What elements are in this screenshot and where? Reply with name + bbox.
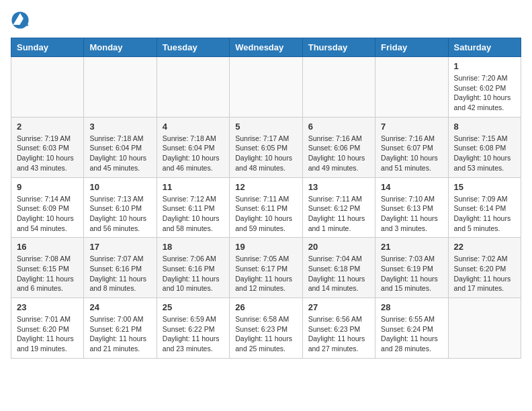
day-info: Sunrise: 7:03 AM Sunset: 6:19 PM Dayligh… [381,254,442,293]
day-cell: 1Sunrise: 7:20 AM Sunset: 6:02 PM Daylig… [448,57,521,118]
header-friday: Friday [375,38,448,57]
day-info: Sunrise: 7:11 AM Sunset: 6:12 PM Dayligh… [308,194,369,234]
day-number: 4 [163,122,224,132]
day-cell: 12Sunrise: 7:11 AM Sunset: 6:11 PM Dayli… [230,177,302,238]
week-row-3: 16Sunrise: 7:08 AM Sunset: 6:15 PM Dayli… [11,238,521,298]
day-number: 6 [308,122,369,132]
day-cell: 24Sunrise: 7:00 AM Sunset: 6:21 PM Dayli… [84,298,157,359]
day-cell: 25Sunrise: 6:59 AM Sunset: 6:22 PM Dayli… [157,298,229,359]
week-row-1: 2Sunrise: 7:19 AM Sunset: 6:03 PM Daylig… [11,117,521,177]
day-info: Sunrise: 7:05 AM Sunset: 6:17 PM Dayligh… [235,254,296,293]
day-cell: 15Sunrise: 7:09 AM Sunset: 6:14 PM Dayli… [448,177,521,238]
day-cell: 27Sunrise: 6:56 AM Sunset: 6:23 PM Dayli… [302,298,375,359]
day-number: 25 [163,302,224,312]
day-info: Sunrise: 6:59 AM Sunset: 6:22 PM Dayligh… [163,314,224,354]
day-number: 15 [454,182,515,192]
day-info: Sunrise: 7:15 AM Sunset: 6:08 PM Dayligh… [454,134,515,173]
day-cell: 6Sunrise: 7:16 AM Sunset: 6:06 PM Daylig… [302,117,375,177]
day-info: Sunrise: 7:10 AM Sunset: 6:13 PM Dayligh… [381,194,442,234]
header-monday: Monday [84,38,157,57]
day-info: Sunrise: 7:18 AM Sunset: 6:04 PM Dayligh… [163,134,224,173]
header-wednesday: Wednesday [230,38,302,57]
day-number: 27 [308,302,369,312]
day-cell: 17Sunrise: 7:07 AM Sunset: 6:16 PM Dayli… [84,238,157,298]
week-row-0: 1Sunrise: 7:20 AM Sunset: 6:02 PM Daylig… [11,57,521,118]
day-info: Sunrise: 6:55 AM Sunset: 6:24 PM Dayligh… [381,314,442,354]
day-cell [375,57,448,118]
day-number: 18 [163,242,224,252]
day-number: 3 [89,122,150,132]
day-number: 13 [308,182,369,192]
day-info: Sunrise: 7:16 AM Sunset: 6:06 PM Dayligh… [308,134,369,173]
day-info: Sunrise: 7:18 AM Sunset: 6:04 PM Dayligh… [89,134,150,173]
calendar: SundayMondayTuesdayWednesdayThursdayFrid… [11,38,521,359]
day-info: Sunrise: 6:56 AM Sunset: 6:23 PM Dayligh… [308,314,369,354]
day-number: 20 [308,242,369,252]
day-number: 1 [454,61,515,71]
day-cell: 16Sunrise: 7:08 AM Sunset: 6:15 PM Dayli… [11,238,84,298]
day-info: Sunrise: 7:13 AM Sunset: 6:10 PM Dayligh… [89,194,150,234]
day-number: 21 [381,242,442,252]
day-cell: 21Sunrise: 7:03 AM Sunset: 6:19 PM Dayli… [375,238,448,298]
week-row-2: 9Sunrise: 7:14 AM Sunset: 6:09 PM Daylig… [11,177,521,238]
day-cell [230,57,302,118]
day-cell: 9Sunrise: 7:14 AM Sunset: 6:09 PM Daylig… [11,177,84,238]
day-info: Sunrise: 7:16 AM Sunset: 6:07 PM Dayligh… [381,134,442,173]
day-number: 11 [163,182,224,192]
day-cell: 2Sunrise: 7:19 AM Sunset: 6:03 PM Daylig… [11,117,84,177]
calendar-header-row: SundayMondayTuesdayWednesdayThursdayFrid… [11,38,521,57]
week-row-4: 23Sunrise: 7:01 AM Sunset: 6:20 PM Dayli… [11,298,521,359]
day-info: Sunrise: 7:08 AM Sunset: 6:15 PM Dayligh… [17,254,78,293]
header-saturday: Saturday [448,38,521,57]
day-number: 5 [235,122,296,132]
day-number: 12 [235,182,296,192]
day-info: Sunrise: 7:19 AM Sunset: 6:03 PM Dayligh… [17,134,78,173]
day-info: Sunrise: 7:06 AM Sunset: 6:16 PM Dayligh… [163,254,224,293]
day-number: 9 [17,182,78,192]
day-cell: 7Sunrise: 7:16 AM Sunset: 6:07 PM Daylig… [375,117,448,177]
day-cell [84,57,157,118]
day-cell: 13Sunrise: 7:11 AM Sunset: 6:12 PM Dayli… [302,177,375,238]
header-thursday: Thursday [302,38,375,57]
day-cell: 22Sunrise: 7:02 AM Sunset: 6:20 PM Dayli… [448,238,521,298]
day-number: 24 [89,302,150,312]
logo-icon [11,11,30,30]
day-number: 2 [17,122,78,132]
day-cell: 14Sunrise: 7:10 AM Sunset: 6:13 PM Dayli… [375,177,448,238]
day-cell [302,57,375,118]
logo [11,11,32,30]
day-cell: 28Sunrise: 6:55 AM Sunset: 6:24 PM Dayli… [375,298,448,359]
day-cell: 19Sunrise: 7:05 AM Sunset: 6:17 PM Dayli… [230,238,302,298]
day-cell [11,57,84,118]
day-number: 19 [235,242,296,252]
day-number: 8 [454,122,515,132]
day-info: Sunrise: 7:04 AM Sunset: 6:18 PM Dayligh… [308,254,369,293]
day-number: 10 [89,182,150,192]
day-cell: 23Sunrise: 7:01 AM Sunset: 6:20 PM Dayli… [11,298,84,359]
day-cell: 26Sunrise: 6:58 AM Sunset: 6:23 PM Dayli… [230,298,302,359]
day-cell: 11Sunrise: 7:12 AM Sunset: 6:11 PM Dayli… [157,177,229,238]
header-tuesday: Tuesday [157,38,229,57]
header [11,11,521,30]
day-cell: 3Sunrise: 7:18 AM Sunset: 6:04 PM Daylig… [84,117,157,177]
day-info: Sunrise: 7:14 AM Sunset: 6:09 PM Dayligh… [17,194,78,234]
day-info: Sunrise: 7:00 AM Sunset: 6:21 PM Dayligh… [89,314,150,354]
day-cell: 10Sunrise: 7:13 AM Sunset: 6:10 PM Dayli… [84,177,157,238]
day-info: Sunrise: 6:58 AM Sunset: 6:23 PM Dayligh… [235,314,296,354]
day-cell: 4Sunrise: 7:18 AM Sunset: 6:04 PM Daylig… [157,117,229,177]
day-cell: 20Sunrise: 7:04 AM Sunset: 6:18 PM Dayli… [302,238,375,298]
day-info: Sunrise: 7:02 AM Sunset: 6:20 PM Dayligh… [454,254,515,293]
header-sunday: Sunday [11,38,84,57]
day-info: Sunrise: 7:07 AM Sunset: 6:16 PM Dayligh… [89,254,150,293]
day-info: Sunrise: 7:12 AM Sunset: 6:11 PM Dayligh… [163,194,224,234]
day-number: 28 [381,302,442,312]
day-number: 14 [381,182,442,192]
day-cell [157,57,229,118]
day-cell: 8Sunrise: 7:15 AM Sunset: 6:08 PM Daylig… [448,117,521,177]
day-number: 26 [235,302,296,312]
day-number: 22 [454,242,515,252]
day-info: Sunrise: 7:17 AM Sunset: 6:05 PM Dayligh… [235,134,296,173]
day-cell [448,298,521,359]
day-number: 17 [89,242,150,252]
day-info: Sunrise: 7:20 AM Sunset: 6:02 PM Dayligh… [454,73,515,113]
